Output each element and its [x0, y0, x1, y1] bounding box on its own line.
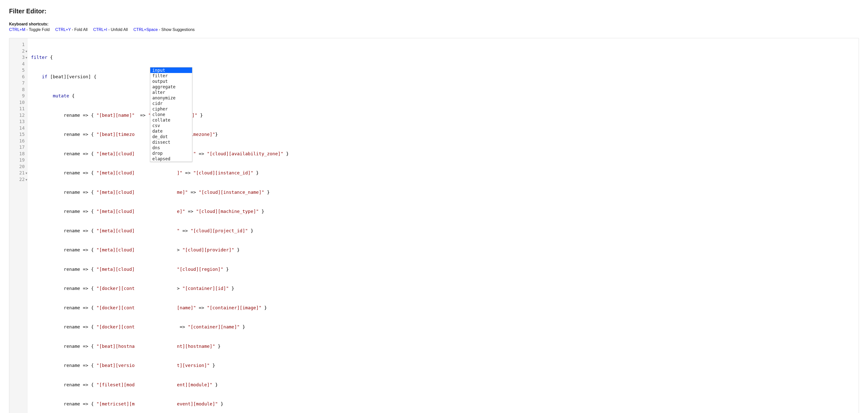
code-editor[interactable]: 12▼3▼456789101112131415161718192021▼22▼ …: [9, 38, 859, 413]
gutter-line-number[interactable]: 17: [11, 144, 25, 151]
code-line[interactable]: rename => { "[meta][cloud]" => "[cloud][…: [31, 227, 855, 234]
autocomplete-item[interactable]: cidr: [150, 101, 192, 106]
shortcut-key: CTRL+Space: [133, 27, 158, 32]
autocomplete-item[interactable]: de_dot: [150, 134, 192, 139]
editor-gutter: 12▼3▼456789101112131415161718192021▼22▼: [9, 38, 27, 413]
autocomplete-item[interactable]: date: [150, 128, 192, 134]
code-line[interactable]: rename => { "[meta][cloud]e]" => "[cloud…: [31, 208, 855, 215]
shortcut-key: CTRL+Y: [55, 27, 71, 32]
autocomplete-item[interactable]: aggregate: [150, 84, 192, 90]
gutter-line-number[interactable]: 16: [11, 138, 25, 144]
gutter-line-number[interactable]: 5: [11, 67, 25, 73]
autocomplete-item[interactable]: alter: [150, 90, 192, 95]
shortcut-desc: - Show Suggestions: [158, 27, 195, 32]
gutter-line-number[interactable]: 19: [11, 157, 25, 163]
autocomplete-item[interactable]: dissect: [150, 139, 192, 145]
autocomplete-item[interactable]: elapsed: [150, 156, 192, 162]
shortcut-desc: - Toggle Fold: [25, 27, 50, 32]
shortcuts-heading: Keyboard shortcuts:: [9, 22, 859, 26]
autocomplete-item[interactable]: dns: [150, 145, 192, 151]
shortcut-desc: - Unfold All: [107, 27, 128, 32]
autocomplete-item[interactable]: anonymize: [150, 95, 192, 101]
code-line[interactable]: rename => { "[meta][cloud]> "[cloud][pro…: [31, 247, 855, 253]
gutter-line-number[interactable]: 1: [11, 41, 25, 48]
code-line[interactable]: rename => { "[meta][cloud]]" => "[cloud]…: [31, 170, 855, 176]
gutter-line-number[interactable]: 9: [11, 93, 25, 99]
gutter-line-number[interactable]: 8: [11, 86, 25, 93]
code-line[interactable]: rename => { "[beat][versiot][version]" }: [31, 362, 855, 369]
gutter-line-number[interactable]: 7: [11, 80, 25, 86]
fold-toggle-icon[interactable]: ▼: [25, 48, 27, 55]
gutter-line-number[interactable]: 14: [11, 125, 25, 131]
autocomplete-item[interactable]: collate: [150, 117, 192, 123]
gutter-line-number[interactable]: 15: [11, 131, 25, 138]
shortcuts-line: CTRL+M - Toggle Fold CTRL+Y - Fold All C…: [9, 27, 859, 32]
code-line[interactable]: rename => { "[docker][cont => "[containe…: [31, 324, 855, 330]
autocomplete-item[interactable]: input: [150, 67, 192, 73]
gutter-line-number[interactable]: 2▼: [11, 48, 25, 54]
code-line[interactable]: rename => { "[docker][cont[name]" => "[c…: [31, 305, 855, 311]
code-line[interactable]: rename => { "[docker][cont> "[container]…: [31, 285, 855, 292]
code-line[interactable]: rename => { "[metricset][mevent][module]…: [31, 401, 855, 407]
gutter-line-number[interactable]: 21▼: [11, 170, 25, 176]
gutter-line-number[interactable]: 6: [11, 73, 25, 80]
autocomplete-popup[interactable]: inputfilteroutputaggregatealteranonymize…: [150, 67, 192, 162]
shortcut-key: CTRL+I: [93, 27, 107, 32]
gutter-line-number[interactable]: 10: [11, 99, 25, 106]
page-title: Filter Editor:: [9, 7, 859, 15]
fold-toggle-icon[interactable]: ▼: [25, 170, 27, 177]
autocomplete-item[interactable]: output: [150, 78, 192, 84]
autocomplete-item[interactable]: clone: [150, 112, 192, 117]
shortcut-desc: - Fold All: [71, 27, 88, 32]
fold-toggle-icon[interactable]: ▼: [25, 55, 27, 61]
gutter-line-number[interactable]: 18: [11, 151, 25, 157]
gutter-line-number[interactable]: 20: [11, 163, 25, 170]
code-line[interactable]: filter {: [31, 54, 855, 61]
gutter-line-number[interactable]: 13: [11, 118, 25, 125]
gutter-line-number[interactable]: 22▼: [11, 176, 25, 183]
gutter-line-number[interactable]: 4: [11, 61, 25, 67]
code-line[interactable]: rename => { "[meta][cloud]"[cloud][regio…: [31, 266, 855, 273]
gutter-line-number[interactable]: 11: [11, 105, 25, 112]
fold-toggle-icon[interactable]: ▼: [25, 177, 27, 183]
gutter-line-number[interactable]: 12: [11, 112, 25, 119]
code-line[interactable]: rename => { "[beat][hostnant][hostname]"…: [31, 343, 855, 350]
autocomplete-item[interactable]: csv: [150, 123, 192, 128]
gutter-line-number[interactable]: 3▼: [11, 54, 25, 61]
autocomplete-item[interactable]: cipher: [150, 106, 192, 112]
shortcut-key: CTRL+M: [9, 27, 25, 32]
autocomplete-item[interactable]: drop: [150, 151, 192, 156]
code-line[interactable]: rename => { "[meta][cloud]me]" => "[clou…: [31, 189, 855, 196]
code-line[interactable]: rename => { "[fileset][modent][module]" …: [31, 382, 855, 388]
autocomplete-item[interactable]: filter: [150, 73, 192, 78]
